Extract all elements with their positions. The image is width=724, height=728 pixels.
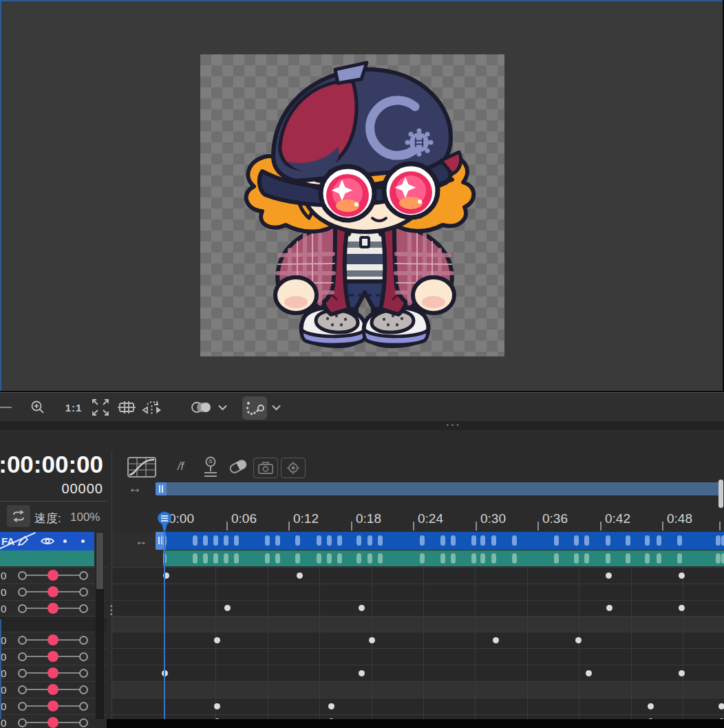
timecode-display[interactable]: 0:00:00:00 [0,451,105,481]
timeline-row[interactable] [112,632,724,648]
motion-path-icon[interactable] [242,396,267,420]
keyframe-pill[interactable] [420,535,425,546]
slider-handle[interactable] [47,700,58,711]
keyframe-pill[interactable] [420,553,425,564]
keyframe-pill[interactable] [193,535,198,546]
keyframe-pill[interactable] [378,535,383,546]
keyframe-pill[interactable] [440,553,445,564]
keyframe-pill[interactable] [265,553,270,564]
keyframe-pill[interactable] [716,553,721,564]
keyframe-pill[interactable] [626,535,630,546]
slider-handle[interactable] [47,603,58,614]
slider-handle[interactable] [47,634,58,645]
keyframe-pill[interactable] [721,553,724,564]
sublayer-row-header[interactable] [0,550,94,566]
property-row[interactable]: 0 [0,567,107,584]
keyframe-pill[interactable] [440,535,445,546]
keyframe-dot[interactable] [369,637,375,643]
keyframe-pill[interactable] [327,535,332,546]
property-value[interactable]: 0 [1,700,6,712]
keyframe-dot[interactable] [297,572,303,579]
keyframe-pill[interactable] [512,535,517,546]
keyframe-pill[interactable] [584,535,589,546]
flip-rotate-icon[interactable] [140,397,164,418]
layer-option-dot[interactable] [81,539,85,543]
keyframe-pill[interactable] [295,553,300,564]
property-row[interactable]: 0 [0,632,107,648]
camera-snapshot-button[interactable] [253,458,278,478]
graph-editor-icon[interactable] [127,456,157,478]
property-row[interactable]: 0 [0,600,107,617]
keyframe-pill[interactable] [512,553,517,564]
keyframe-pill[interactable] [574,535,579,546]
layer-option-dot[interactable] [63,539,67,543]
timeline-row[interactable] [112,600,724,616]
navigator-right-handle[interactable] [718,480,723,508]
slider-max-ring[interactable] [79,588,88,597]
timeline-row[interactable] [112,681,724,698]
slider-min-ring[interactable] [18,669,27,678]
slider-handle[interactable] [47,570,58,581]
keyframe-pill[interactable] [451,553,456,564]
onion-skin-chevron-down-icon[interactable] [217,397,228,418]
slider-max-ring[interactable] [79,571,88,580]
keyframe-dot[interactable] [493,637,499,643]
slider-min-ring[interactable] [18,685,27,694]
frame-counter[interactable]: 00000 [0,481,103,497]
slider-max-ring[interactable] [79,604,88,613]
property-value[interactable]: 0 [1,570,6,581]
keyframe-dot[interactable] [679,572,685,579]
keyframe-dot[interactable] [214,703,220,709]
slider-handle[interactable] [47,667,58,678]
keyframe-dot[interactable] [606,572,612,579]
timeline-row[interactable] [112,567,724,584]
keyframe-pill[interactable] [234,535,239,546]
canvas-transparency-checkerboard[interactable] [200,54,504,356]
keyframe-pill[interactable] [203,553,208,564]
slider-min-ring[interactable] [18,702,27,711]
keyframe-dot[interactable] [606,605,613,611]
keyframe-pill[interactable] [275,553,280,564]
zoom-slider-stub[interactable] [0,397,12,418]
keyframe-pill[interactable] [645,535,650,546]
property-value[interactable]: 0 [1,717,6,728]
keyframe-pill[interactable] [471,535,476,546]
timeline-navigator-bar[interactable] [156,482,720,495]
keyframe-pill[interactable] [213,553,218,564]
property-row[interactable]: 0 [0,665,107,681]
property-row[interactable]: 0 [0,584,107,600]
keyframe-pill[interactable] [657,535,661,546]
keyframe-pill[interactable] [471,553,476,564]
playhead-pin[interactable] [157,511,172,535]
layer-row-header[interactable]: FA [0,532,94,550]
navigator-left-handle[interactable] [156,482,167,495]
actual-size-button[interactable]: 1:1 [63,397,84,418]
grid-icon[interactable] [116,397,137,418]
keyframe-pill[interactable] [224,553,228,564]
timeline-row[interactable] [112,584,724,600]
zoom-in-icon[interactable] [29,397,47,418]
keyframe-pill[interactable] [491,553,496,564]
keyframe-dot[interactable] [679,670,685,676]
keyframe-pill[interactable] [645,553,650,564]
keyframe-dot[interactable] [214,637,220,643]
keyframe-pill[interactable] [606,535,610,546]
slider-handle[interactable] [47,717,58,728]
keyframe-pill[interactable] [480,535,485,546]
slider-max-ring[interactable] [79,636,88,645]
keyframe-pill[interactable] [626,553,630,564]
property-value[interactable]: 0 [1,634,6,646]
drag-handle-icon[interactable]: ⋮ [105,603,117,617]
slider-max-ring[interactable] [79,669,88,678]
keyframe-pill[interactable] [606,553,610,564]
keyframe-pill[interactable] [480,553,485,564]
frames-unit-label[interactable]: /f [178,460,184,473]
timeline-row[interactable] [112,616,724,632]
keyframe-dot[interactable] [359,670,365,676]
property-value[interactable]: 0 [1,651,6,663]
fit-view-icon[interactable] [89,397,111,418]
keyframe-pill[interactable] [224,535,228,546]
slider-min-ring[interactable] [18,604,27,613]
property-row[interactable]: 0 [0,698,107,714]
slider-min-ring[interactable] [18,718,27,727]
